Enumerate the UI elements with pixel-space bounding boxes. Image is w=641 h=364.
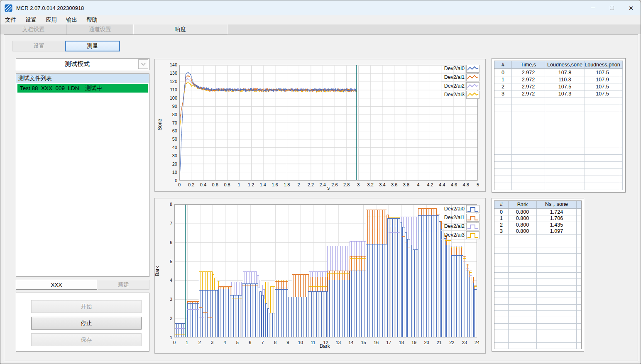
list-item[interactable]: Test 88_XXX_009_LDN 测试中 xyxy=(17,84,148,93)
new-button[interactable]: 新建 xyxy=(98,280,149,290)
table-cell-filler xyxy=(577,228,581,235)
test-mode-dropdown[interactable]: 测试模式 xyxy=(16,58,149,70)
table-cell xyxy=(494,241,509,247)
start-button[interactable]: 开始 xyxy=(31,300,142,313)
bar-segment-top xyxy=(410,251,418,251)
table-cell-filler xyxy=(577,222,581,228)
save-button[interactable]: 保存 xyxy=(31,333,142,346)
table-row: 22.972107.5107.5 xyxy=(494,83,623,90)
table-cell-filler xyxy=(620,155,623,162)
bar-segment-top xyxy=(451,247,462,247)
tick-label: 120 xyxy=(162,79,177,84)
menu-item-4[interactable]: 帮助 xyxy=(82,15,102,24)
table-cell-filler xyxy=(620,69,623,76)
specific-loudness-plot[interactable] xyxy=(174,204,477,337)
table-row xyxy=(494,317,581,323)
table-cell-filler xyxy=(577,266,581,273)
table-cell xyxy=(545,126,585,133)
line-series-icon[interactable] xyxy=(466,91,480,99)
table-cell xyxy=(494,324,509,330)
bar-segment-top xyxy=(400,231,402,231)
line-series-icon[interactable] xyxy=(466,65,480,73)
table-cell-filler xyxy=(577,273,581,279)
dropdown-arrow-button[interactable] xyxy=(138,59,148,69)
tab-0[interactable]: 文档设置 xyxy=(0,24,67,34)
table-cell xyxy=(512,147,545,154)
bar-segment-top xyxy=(387,215,389,215)
legend-item-Dev2-ai0[interactable]: Dev2/ai0 xyxy=(441,205,480,213)
table-cell: 1 xyxy=(494,76,512,83)
loudness-time-plot[interactable] xyxy=(179,65,478,181)
bar-series-icon[interactable] xyxy=(466,214,480,222)
table-cell xyxy=(509,305,537,311)
bar-segment-top xyxy=(187,301,198,302)
minimize-button[interactable] xyxy=(583,0,602,15)
table-row xyxy=(494,311,581,317)
table-cell xyxy=(545,155,585,162)
legend-item-Dev2-ai2[interactable]: Dev2/ai2 xyxy=(441,82,480,90)
subtab-settings[interactable]: 设置 xyxy=(12,41,65,51)
bark-cursor[interactable] xyxy=(185,205,186,337)
bar-segment-top xyxy=(309,286,327,287)
legend-item-Dev2-ai3[interactable]: Dev2/ai3 xyxy=(441,231,480,239)
table-cell xyxy=(494,273,509,279)
stop-button[interactable]: 停止 xyxy=(31,317,142,330)
bar-segment-top xyxy=(175,323,186,323)
tick-label: 40 xyxy=(162,145,177,150)
tick-label: 22 xyxy=(449,340,454,345)
legend-item-Dev2-ai1[interactable]: Dev2/ai1 xyxy=(441,213,480,222)
tick-label: 0 xyxy=(178,182,181,187)
menu-item-1[interactable]: 设置 xyxy=(21,15,41,24)
bar-segment-top xyxy=(474,286,477,286)
bar-segment-top xyxy=(199,318,204,318)
table-cell: 2.972 xyxy=(512,90,545,98)
bar-segment-top xyxy=(187,316,198,316)
table-cell xyxy=(585,119,620,126)
menu-item-3[interactable]: 输出 xyxy=(61,15,82,24)
bar-segment-top xyxy=(402,227,405,227)
menu-item-0[interactable]: 文件 xyxy=(0,15,21,24)
xxx-button[interactable]: XXX xyxy=(16,280,97,290)
bar-segment-top xyxy=(407,239,410,239)
table-header-row: #BarkNs，sone xyxy=(494,201,581,209)
bar-series-icon[interactable] xyxy=(466,231,480,239)
bar-segment-top xyxy=(264,299,266,299)
tab-1[interactable]: 通道设置 xyxy=(67,24,133,34)
close-button[interactable]: ✕ xyxy=(621,0,641,15)
line-series-icon[interactable] xyxy=(466,73,480,81)
table-cell xyxy=(585,183,620,190)
tab-strip: 文档设置通道设置响度 xyxy=(0,24,641,34)
bar-series-icon[interactable] xyxy=(466,222,480,230)
subtab-measure[interactable]: 测量 xyxy=(65,41,120,51)
table-cell-filler xyxy=(577,254,581,260)
bar-segment-top xyxy=(218,286,232,287)
legend-item-Dev2-ai0[interactable]: Dev2/ai0 xyxy=(441,64,480,73)
menu-item-2[interactable]: 应用 xyxy=(41,15,61,24)
tab-2[interactable]: 响度 xyxy=(133,24,228,34)
bar-segment-top xyxy=(387,218,400,219)
line-series-icon[interactable] xyxy=(466,82,480,90)
tick-label: 60 xyxy=(162,128,177,133)
table-cell xyxy=(509,343,537,349)
table-row xyxy=(494,286,581,292)
bar-segment-top xyxy=(270,286,275,287)
tick-label: 7 xyxy=(157,221,172,226)
table-cell-filler xyxy=(620,126,623,133)
table-cell xyxy=(494,311,509,317)
table-cell xyxy=(545,183,585,190)
bar-segment-top xyxy=(175,323,186,324)
maximize-button[interactable] xyxy=(602,0,621,15)
legend-item-Dev2-ai2[interactable]: Dev2/ai2 xyxy=(441,222,480,231)
bar-series-icon[interactable] xyxy=(466,205,480,213)
table-cell xyxy=(537,279,577,285)
table-cell: 0.800 xyxy=(509,209,537,215)
table-cell xyxy=(494,119,512,126)
tick-label: 2.8 xyxy=(343,182,350,187)
legend-item-Dev2-ai1[interactable]: Dev2/ai1 xyxy=(441,73,480,82)
legend-item-Dev2-ai3[interactable]: Dev2/ai3 xyxy=(441,90,480,99)
table-cell-filler xyxy=(577,279,581,285)
table-cell: 2.972 xyxy=(512,76,545,83)
table-cell xyxy=(509,336,537,342)
table-cell xyxy=(494,155,512,162)
bar-segment-top xyxy=(269,313,275,313)
